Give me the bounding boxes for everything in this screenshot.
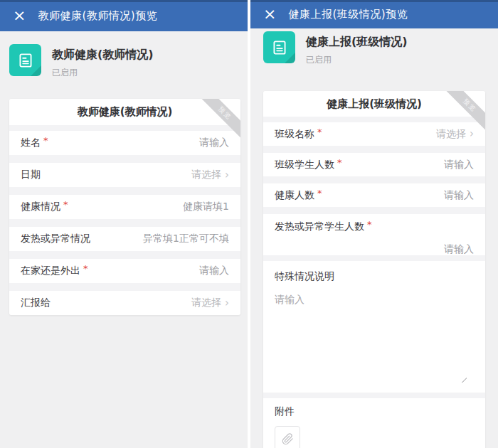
required-marker: * [317,188,322,198]
chevron-right-icon: › [225,170,229,181]
page-title: 健康上报(班级情况)预览 [288,8,408,21]
app-info: 教师健康(教师情况) 已启用 [0,31,248,79]
app-info: 健康上报(班级情况) 已启用 [250,28,498,66]
field-name[interactable]: 姓名* 请输入 [9,131,240,155]
app-title: 教师健康(教师情况) [52,48,154,63]
navbar: × 健康上报(班级情况)预览 [250,0,498,28]
field-report-to[interactable]: 汇报给 请选择› [9,291,240,315]
field-label: 日期 [21,169,41,181]
field-label: 健康人数* [275,189,322,202]
field-health-status[interactable]: 健康情况* 健康请填1 [9,195,240,219]
navbar: × 教师健康(教师情况)预览 [0,0,248,31]
field-placeholder: 请输入 [444,159,474,171]
close-icon[interactable]: × [263,6,276,22]
paperclip-icon [282,433,294,445]
field-placeholder: 请输入 [199,265,229,277]
required-marker: * [63,199,68,210]
field-class-name[interactable]: 班级名称* 请选择› [263,122,485,146]
form-card: 健康上报(班级情况) 预览 班级名称* 请选择› 班级学生人数* 请输入 健康人… [263,91,485,448]
field-label: 特殊情况说明 [275,270,474,283]
panel-class-health-report-preview: × 健康上报(班级情况)预览 健康上报(班级情况) 已启用 健康上报(班级情况)… [250,0,498,448]
form-document-icon [263,31,295,63]
panel-teacher-health-preview: × 教师健康(教师情况)预览 教师健康(教师情况) 已启用 教师健康(教师情况)… [0,0,248,448]
field-fever-status[interactable]: 发热或异常情况 异常填1正常可不填 [9,227,240,251]
required-marker: * [317,127,322,137]
field-placeholder: 请输入 [444,243,474,255]
field-class-student-count[interactable]: 班级学生人数* 请输入 [263,153,485,176]
field-special-note[interactable]: 特殊情况说明 请输入 [263,261,485,393]
form-document-icon [9,44,41,76]
app-status-badge: 已启用 [52,67,154,79]
field-placeholder: 请输入 [199,137,229,149]
field-label: 健康情况* [21,201,68,213]
field-label: 发热或异常情况 [21,233,90,245]
textarea-placeholder: 请输入 [275,294,474,306]
textarea-resize-handle[interactable] [462,378,467,383]
field-placeholder: 异常填1正常可不填 [143,233,229,245]
field-placeholder: 请选择 [436,128,466,141]
required-marker: * [337,157,342,168]
app-status-badge: 已启用 [306,54,408,66]
field-placeholder: 健康请填1 [183,201,229,213]
field-home-or-out[interactable]: 在家还是外出* 请输入 [9,259,240,283]
field-placeholder: 请选择 [191,169,221,181]
required-marker: * [83,263,88,274]
field-label: 姓名* [21,137,48,149]
add-attachment-button[interactable] [275,426,300,448]
page-title: 教师健康(教师情况)预览 [38,9,157,23]
form-title: 教师健康(教师情况) [9,99,240,125]
chevron-right-icon: › [225,298,229,309]
close-icon[interactable]: × [13,8,26,23]
field-fever-student-count[interactable]: 发热或异常学生人数* 请输入 [263,214,485,255]
form-card: 教师健康(教师情况) 预览 姓名* 请输入 日期 请选择› 健康情况* 健康请填… [9,99,240,315]
required-marker: * [367,219,372,230]
field-attachment: 附件 [263,398,485,448]
field-label: 发热或异常学生人数* [275,220,474,233]
field-placeholder: 请选择 [191,297,221,309]
chevron-right-icon: › [470,129,474,139]
field-label: 附件 [275,405,474,418]
field-label: 汇报给 [21,297,51,309]
field-label: 班级名称* [275,128,322,141]
dual-form-preview: × 教师健康(教师情况)预览 教师健康(教师情况) 已启用 教师健康(教师情况)… [0,0,498,448]
field-date[interactable]: 日期 请选择› [9,163,240,187]
app-title: 健康上报(班级情况) [306,35,408,50]
field-healthy-count[interactable]: 健康人数* 请输入 [263,183,485,207]
required-marker: * [43,135,48,146]
field-placeholder: 请输入 [444,189,474,202]
field-label: 班级学生人数* [275,159,342,171]
form-title: 健康上报(班级情况) [263,91,485,117]
field-label: 在家还是外出* [21,265,88,277]
